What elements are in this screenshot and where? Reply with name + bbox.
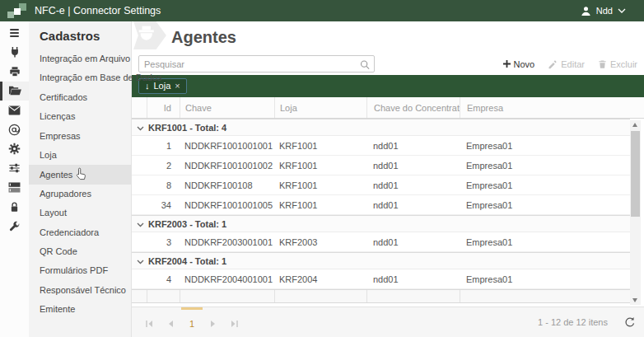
cell-chave: NDDKRF2003001001 <box>180 237 274 247</box>
last-page-button[interactable] <box>224 307 245 337</box>
sidebar-item-certificados[interactable]: Certificados <box>29 88 131 107</box>
refresh-icon[interactable] <box>624 316 636 328</box>
collapse-group-icon[interactable] <box>137 123 144 133</box>
cell-chave: NDDKRF1001001005 <box>180 200 274 210</box>
cell-empresa: Empresa01 <box>460 200 630 210</box>
sidebar-item-integracao-em-base-de-dados[interactable]: Integração em Base de Dados <box>29 68 131 87</box>
next-page-button[interactable] <box>203 307 224 337</box>
app-body: Cadastros Integração em ArquivoIntegraçã… <box>0 21 644 337</box>
cell-chave: NDDKRF1001001001 <box>180 141 274 151</box>
sidebar-item-qr-code[interactable]: QR Code <box>29 242 131 261</box>
column-header-loja[interactable]: Loja <box>274 97 366 118</box>
sidebar-item-layout[interactable]: Layout <box>29 204 131 222</box>
sliders-icon[interactable] <box>0 159 29 179</box>
group-row-krf2003[interactable]: KRF2003 - Total: 1 <box>132 215 630 232</box>
folder-open-icon[interactable] <box>0 82 29 101</box>
vertical-scrollbar[interactable] <box>630 120 641 305</box>
cell-chave-do-concentrator: ndd01 <box>366 274 460 284</box>
group-row-krf1001[interactable]: KRF1001 - Total: 4 <box>132 119 630 136</box>
printer-icon[interactable] <box>0 62 29 82</box>
remove-group-icon[interactable]: × <box>175 81 180 91</box>
agent-spy-icon <box>133 21 167 54</box>
sidebar-item-label: Formulários PDF <box>40 265 108 275</box>
cell-loja: KRF1001 <box>274 141 366 151</box>
sidebar-item-agrupadores[interactable]: Agrupadores <box>29 185 131 204</box>
envelope-icon[interactable] <box>0 101 29 120</box>
plug-icon[interactable] <box>0 43 29 63</box>
new-button[interactable]: Novo <box>503 59 535 69</box>
toolbar-actions: Novo Editar Excluir <box>503 59 637 69</box>
delete-button[interactable]: Excluir <box>598 59 637 69</box>
menu-icon[interactable] <box>0 23 29 43</box>
empty-cell <box>274 290 366 302</box>
sidebar-item-loja[interactable]: Loja <box>29 146 131 165</box>
sidebar-item-label: QR Code <box>40 246 77 256</box>
empty-row <box>132 289 630 303</box>
cell-chave-do-concentrator: ndd01 <box>366 141 460 151</box>
sidebar-item-responsavel-tecnico[interactable]: Responsável Técnico <box>29 281 131 300</box>
gear-icon[interactable] <box>0 139 29 159</box>
search-input[interactable] <box>138 55 375 73</box>
cell-id: 4 <box>147 274 180 284</box>
sidebar-item-formularios-pdf[interactable]: Formulários PDF <box>29 261 131 280</box>
at-sign-icon[interactable] <box>0 120 29 140</box>
sidebar-item-label: Empresas <box>40 131 81 141</box>
column-header-chave[interactable]: Chave <box>180 97 274 118</box>
empty-cell <box>180 290 274 302</box>
edit-button[interactable]: Editar <box>548 59 585 69</box>
app-title: NFC-e | Connector Settings <box>35 5 161 16</box>
first-page-button[interactable] <box>138 307 160 337</box>
sidebar-item-agentes[interactable]: Agentes <box>29 165 131 184</box>
cell-loja: KRF2004 <box>274 274 366 284</box>
column-header-chave-do-concentrator[interactable]: Chave do Concentrator <box>366 97 460 118</box>
table-row[interactable]: 34NDDKRF1001001005KRF1001ndd01Empresa01 <box>132 195 630 215</box>
column-header-empresa[interactable]: Empresa <box>460 97 630 118</box>
sidebar-item-emitente[interactable]: Emitente <box>29 300 131 319</box>
sidebar-item-label: Layout <box>40 208 67 218</box>
wrench-icon[interactable] <box>0 217 29 236</box>
search-icon[interactable] <box>360 59 370 73</box>
plus-icon <box>503 60 511 68</box>
cell-empresa: Empresa01 <box>460 274 630 284</box>
search-box <box>138 55 375 73</box>
group-row-krf2004[interactable]: KRF2004 - Total: 1 <box>132 252 630 269</box>
page-title: Agentes <box>171 28 236 47</box>
cell-loja: KRF1001 <box>274 200 366 210</box>
group-label: KRF2004 - Total: 1 <box>148 256 226 266</box>
sidebar-item-label: Loja <box>40 150 57 160</box>
cell-loja: KRF1001 <box>274 180 366 190</box>
cell-empresa: Empresa01 <box>460 161 630 171</box>
collapse-group-icon[interactable] <box>137 219 144 229</box>
table-row[interactable]: 2NDDKRF1001001002KRF1001ndd01Empresa01 <box>132 156 630 176</box>
scroll-up-icon[interactable] <box>632 123 637 127</box>
server-list-icon[interactable] <box>0 178 29 198</box>
table-row[interactable]: 3NDDKRF2003001001KRF2003ndd01Empresa01 <box>132 232 630 252</box>
sidebar-item-credenciadora[interactable]: Credenciadora <box>29 223 131 242</box>
new-button-label: Novo <box>514 59 535 69</box>
cell-id: 3 <box>147 237 180 247</box>
cell-id: 34 <box>147 200 180 210</box>
table-row[interactable]: 1NDDKRF1001001001KRF1001ndd01Empresa01 <box>132 136 630 156</box>
grid-toolbar: Novo Editar Excluir <box>132 53 644 75</box>
table-row[interactable]: 4NDDKRF2004001001KRF2004ndd01Empresa01 <box>132 269 630 289</box>
cell-chave-do-concentrator: ndd01 <box>366 200 460 210</box>
sidebar-item-integracao-em-arquivo[interactable]: Integração em Arquivo <box>29 49 131 68</box>
delete-button-label: Excluir <box>610 59 637 69</box>
cell-id: 1 <box>147 141 180 151</box>
cursor-hand-icon <box>76 172 86 182</box>
cell-empresa: Empresa01 <box>460 180 630 190</box>
column-header-id[interactable]: Id <box>147 97 180 118</box>
prev-page-button[interactable] <box>160 307 181 337</box>
sidebar-item-licencas[interactable]: Licenças <box>29 107 131 126</box>
sidebar-item-empresas[interactable]: Empresas <box>29 127 131 146</box>
user-menu[interactable]: Ndd <box>581 6 636 16</box>
cell-chave: NDDKRF1001001002 <box>180 161 274 171</box>
main-content: Agentes Novo Editar <box>132 21 644 337</box>
collapse-group-icon[interactable] <box>137 256 144 266</box>
empty-cell <box>132 290 147 302</box>
scroll-down-icon[interactable] <box>632 298 637 302</box>
current-page[interactable]: 1 <box>181 307 203 337</box>
scrollbar-thumb[interactable] <box>631 131 640 217</box>
table-row[interactable]: 8NDDKRF100108KRF1001ndd01Empresa01 <box>132 176 630 195</box>
lock-icon[interactable] <box>0 198 29 218</box>
